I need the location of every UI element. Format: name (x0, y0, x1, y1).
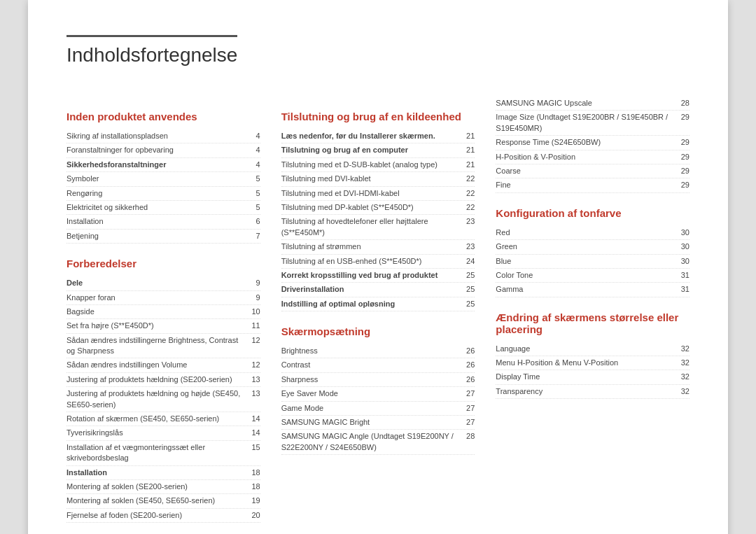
toc-item: Contrast26 (281, 358, 475, 372)
toc-item-page: 30 (681, 242, 690, 251)
page: Indholdsfortegnelse Inden produktet anve… (28, 0, 728, 534)
toc-item-label: Dele (66, 278, 256, 288)
section-title-3-3: Ændring af skærmens størrelse eller plac… (496, 311, 690, 335)
toc-item: SAMSUNG MAGIC Angle (Undtaget S19E200NY … (281, 430, 475, 455)
toc-item-label: Tilslutning af strømmen (281, 241, 466, 252)
toc-item: Installation af et vægmonteringssæt elle… (66, 441, 260, 466)
toc-list-3-3: Language32Menu H-Position & Menu V-Posit… (496, 342, 690, 400)
toc-item-label: Tilslutning af en USB-enhed (S**E450D*) (281, 256, 466, 267)
toc-item: Rengøring5 (66, 187, 260, 201)
toc-list-3-1: SAMSUNG MAGIC Upscale28Image Size (Undta… (496, 97, 690, 193)
toc-item-label: Tilslutning med DP-kablet (S**E450D*) (281, 202, 466, 213)
toc-item: Tyverisikringslås14 (66, 426, 260, 440)
toc-item: Installation6 (66, 215, 260, 229)
toc-item: Coarse29 (496, 164, 690, 178)
toc-item-label: Contrast (281, 360, 466, 370)
toc-item: Læs nedenfor, før du Installerer skærmen… (281, 129, 475, 143)
toc-item-label: Blue (496, 256, 680, 267)
toc-item: Justering af produktets hældning og højd… (66, 387, 260, 412)
toc-item: Korrekt kropsstilling ved brug af produk… (281, 269, 475, 283)
toc-list-3-2: Red30Green30Blue30Color Tone31Gamma31 (496, 226, 690, 297)
toc-item: Tilslutning og brug af en computer21 (281, 143, 475, 157)
toc-item-page: 7 (256, 232, 260, 240)
toc-item-label: Installation (66, 468, 251, 478)
toc-item: Tilslutning af hovedtelefoner eller højt… (281, 215, 475, 240)
toc-item-label: Set fra højre (S**E450D*) (66, 321, 251, 331)
toc-item-page: 28 (466, 432, 475, 440)
toc-item-page: 5 (256, 203, 260, 211)
toc-item-page: 27 (466, 389, 475, 398)
toc-item-label: Tilslutning med DVI-kablet (281, 174, 466, 184)
toc-item: Blue30 (496, 255, 690, 269)
toc-item-label: Color Tone (496, 270, 680, 281)
toc-item-label: Fine (496, 180, 680, 190)
toc-item-label: Læs nedenfor, før du Installerer skærmen… (281, 131, 466, 141)
toc-item: Driverinstallation25 (281, 283, 475, 297)
toc-item-page: 4 (256, 146, 260, 154)
toc-item-page: 21 (466, 132, 475, 140)
toc-item-page: 23 (466, 217, 475, 225)
toc-item-label: Knapper foran (66, 293, 256, 303)
toc-item: Sådan ændres indstillingerne Brightness,… (66, 334, 260, 359)
page-title: Indholdsfortegnelse (66, 35, 237, 72)
toc-item: Menu H-Position & Menu V-Position32 (496, 356, 690, 370)
toc-item: Montering af soklen (SE200-serien)18 (66, 480, 260, 494)
toc-item-label: Eye Saver Mode (281, 388, 466, 399)
section-3-3: Ændring af skærmens størrelse eller plac… (496, 311, 690, 400)
toc-item: H-Position & V-Position29 (496, 150, 690, 164)
toc-item-label: Korrekt kropsstilling ved brug af produk… (281, 270, 466, 281)
toc-columns: Inden produktet anvendesSikring af insta… (66, 97, 690, 533)
toc-item: Transparency32 (496, 385, 690, 399)
toc-item-label: Sådan ændres indstillingen Volume (66, 360, 251, 370)
toc-item-label: Language (496, 344, 680, 354)
toc-item: Bagside10 (66, 305, 260, 319)
toc-item-page: 12 (251, 360, 260, 369)
toc-item-page: 20 (251, 511, 260, 519)
toc-item-label: Elektricitet og sikkerhed (66, 202, 256, 213)
toc-item-page: 10 (251, 307, 260, 316)
toc-item: Tilslutning af en USB-enhed (S**E450D*)2… (281, 255, 475, 269)
toc-item-label: SAMSUNG MAGIC Upscale (496, 98, 680, 108)
toc-item: Sådan ændres indstillingen Volume12 (66, 358, 260, 372)
section-2-2: SkærmopsætningBrightness26Contrast26Shar… (281, 325, 475, 455)
toc-item-label: Coarse (496, 166, 680, 176)
section-title-2-2: Skærmopsætning (281, 325, 475, 337)
toc-item-label: Foranstaltninger for opbevaring (66, 145, 256, 155)
toc-item-label: Indstilling af optimal opløsning (281, 299, 466, 309)
toc-item: Image Size (Undtaget S19E200BR / S19E450… (496, 111, 690, 136)
section-1-2: ForberedelserDele9Knapper foran9Bagside1… (66, 258, 260, 523)
toc-item-label: Transparency (496, 386, 680, 397)
toc-item: Indstilling af optimal opløsning25 (281, 297, 475, 311)
toc-item-label: Fjernelse af foden (SE200-serien) (66, 510, 251, 521)
toc-item-page: 29 (681, 181, 690, 189)
toc-item-label: Tilslutning med et D-SUB-kablet (analog … (281, 160, 466, 170)
toc-item: Tilslutning med DP-kablet (S**E450D*)22 (281, 201, 475, 215)
toc-list-1-2: Dele9Knapper foran9Bagside10Set fra højr… (66, 276, 260, 523)
toc-item-page: 12 (251, 336, 260, 344)
toc-item-label: Display Time (496, 372, 680, 382)
toc-item-label: H-Position & V-Position (496, 152, 680, 162)
toc-item-label: Response Time (S24E650BW) (496, 137, 680, 148)
toc-item: Symboler5 (66, 172, 260, 186)
toc-list-2-2: Brightness26Contrast26Sharpness26Eye Sav… (281, 344, 475, 455)
toc-item-label: Tilslutning og brug af en computer (281, 145, 466, 155)
toc-item-label: Justering af produktets hældning og højd… (66, 388, 251, 410)
toc-item-label: Menu H-Position & Menu V-Position (496, 358, 680, 368)
toc-item-page: 24 (466, 257, 475, 265)
toc-list-2-1: Læs nedenfor, før du Installerer skærmen… (281, 129, 475, 311)
toc-item-page: 21 (466, 146, 475, 154)
toc-item-label: Driverinstallation (281, 284, 466, 295)
toc-item: Montering af soklen (SE450, SE650-serien… (66, 494, 260, 508)
section-title-1-1: Inden produktet anvendes (66, 111, 260, 122)
toc-item-page: 25 (466, 271, 475, 279)
toc-item-page: 25 (466, 300, 475, 308)
toc-item: Fine29 (496, 178, 690, 192)
section-title-1-2: Forberedelser (66, 258, 260, 269)
toc-item-page: 18 (251, 482, 260, 491)
toc-item-label: Green (496, 241, 680, 252)
toc-item: SAMSUNG MAGIC Upscale28 (496, 97, 690, 111)
toc-item: Tilslutning med DVI-kablet22 (281, 172, 475, 186)
toc-item-page: 29 (681, 138, 690, 146)
toc-item-page: 32 (681, 358, 690, 367)
toc-item-page: 28 (681, 99, 690, 107)
